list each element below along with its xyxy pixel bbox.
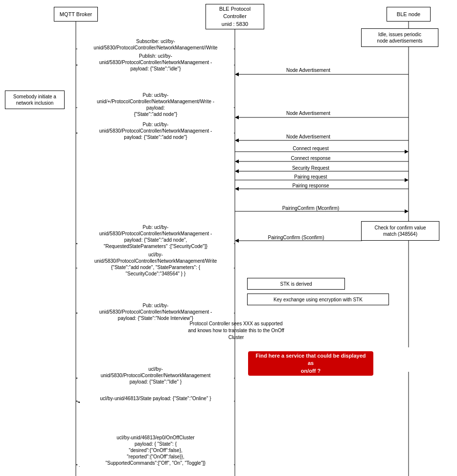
msg10-label: Security Request (247, 165, 374, 171)
msg5-label: Node Advertisement (247, 111, 369, 116)
msg11-label: Pairing request (247, 174, 374, 180)
msg1-label: Subscribe: ucl/by-unid/5830/ProtocolCont… (77, 38, 234, 51)
svg-marker-31 (235, 239, 239, 243)
svg-marker-19 (405, 150, 409, 154)
msg19-label: ucl/by-unid/46813/State payload: {"State… (77, 395, 234, 402)
svg-marker-27 (235, 187, 239, 191)
svg-marker-29 (405, 209, 409, 213)
msg20-label: ucl/by-unid/46813/ep0/OnOffClusterpayloa… (77, 434, 234, 466)
ble-pc-box: BLE ProtocolControllerunid : 5830 (206, 4, 264, 29)
confirm-note: Check for confirm valuematch (348564) (361, 221, 439, 241)
msg18-label: ucl/by-unid/5830/ProtocolController/Netw… (77, 366, 234, 385)
ble-node-box: BLE node (387, 7, 431, 22)
keyex-box: Key exchange using encryption with STK (247, 294, 389, 305)
svg-marker-21 (235, 159, 239, 163)
msg3-label: Node Advertisement (247, 68, 369, 73)
svg-marker-9 (235, 72, 239, 76)
stk-box: STK is derived (247, 278, 345, 290)
msg15-label: Pub: ucl/by-unid/5830/ProtocolController… (77, 224, 234, 249)
msg9-label: Connect response (247, 156, 374, 161)
msg7-label: Node Advertisement (247, 134, 369, 139)
initiate-note: Somebody initiate a network inclusion (5, 91, 65, 109)
svg-marker-13 (235, 115, 239, 119)
mqtt-broker-box: MQTT Broker (54, 7, 98, 22)
sequence-diagram: MQTT Broker BLE ProtocolControllerunid :… (0, 0, 457, 476)
svg-marker-23 (235, 169, 239, 173)
msg6-label: Pub: ucl/by-unid/5830/ProtocolController… (77, 121, 234, 140)
idle-note: Idle, issues periodicnode advertisements (361, 28, 438, 47)
msg2-label: Publish: ucl/by-unid/5830/ProtocolContro… (77, 53, 234, 72)
msg12-label: Pairing response (247, 183, 374, 188)
msg17-label: Pub: ucl/by-unid/5830/ProtocolController… (77, 302, 234, 321)
protocol-note: Protocol Controller sees XXX as supporte… (152, 320, 320, 341)
msg13-label: PairingConfirm (Mconfirm) (247, 205, 374, 211)
svg-marker-25 (405, 178, 409, 182)
msg14-label: PairingConfirm (Sconfirm) (247, 235, 345, 240)
red-highlight-box: Find here a service that could be displa… (248, 351, 373, 376)
msg8-label: Connect request (247, 146, 374, 151)
msg16-label: ucl/by-unid/5830/ProtocolController/Netw… (77, 251, 234, 277)
svg-marker-17 (235, 138, 239, 142)
msg4-label: Pub: ucl/by-unid/+/ProtocolController/Ne… (77, 92, 234, 117)
